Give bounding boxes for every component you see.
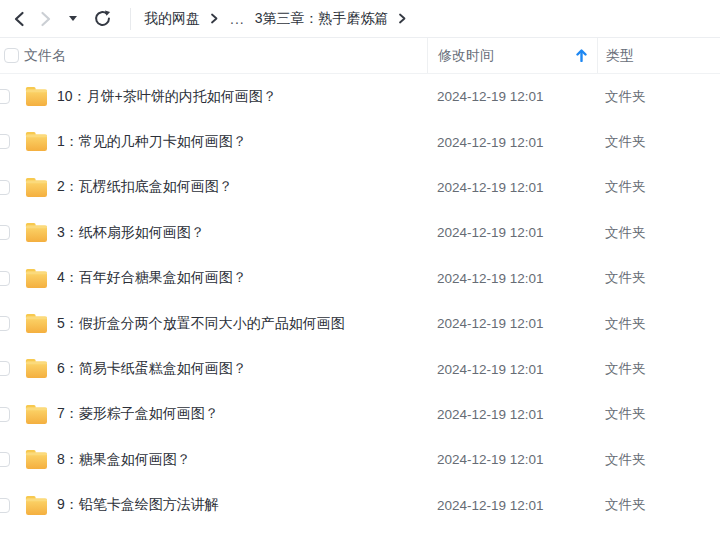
file-name[interactable]: 6：简易卡纸蛋糕盒如何画图？ [57, 360, 247, 378]
row-checkbox[interactable] [0, 498, 10, 513]
modified-time: 2024-12-19 12:01 [437, 452, 544, 467]
folder-icon [25, 358, 48, 379]
folder-icon [25, 177, 48, 198]
list-header: 文件名 修改时间 类型 [0, 38, 720, 74]
folder-icon [25, 268, 48, 289]
breadcrumb-root[interactable]: 我的网盘 [144, 10, 200, 28]
modified-time: 2024-12-19 12:01 [437, 407, 544, 422]
file-type: 文件夹 [605, 496, 646, 514]
row-checkbox[interactable] [0, 134, 10, 149]
chevron-right-icon [38, 11, 53, 27]
folder-icon [25, 222, 48, 243]
folder-icon [25, 495, 48, 516]
table-row[interactable]: 3：纸杯扇形如何画图？ 2024-12-19 12:01 文件夹 [0, 210, 720, 255]
file-type: 文件夹 [605, 360, 646, 378]
history-dropdown-button[interactable] [64, 6, 82, 32]
row-checkbox[interactable] [0, 271, 10, 286]
folder-icon [25, 404, 48, 425]
column-header-type[interactable]: 类型 [597, 38, 720, 73]
column-header-filename[interactable]: 文件名 [24, 47, 66, 65]
table-row[interactable]: 7：菱形粽子盒如何画图？ 2024-12-19 12:01 文件夹 [0, 392, 720, 437]
file-list: 10：月饼+茶叶饼的内托如何画图？ 2024-12-19 12:01 文件夹 1… [0, 74, 720, 528]
refresh-icon [93, 9, 112, 28]
file-name[interactable]: 1：常见的几种刀卡如何画图？ [57, 133, 247, 151]
modified-time: 2024-12-19 12:01 [437, 498, 544, 513]
file-name[interactable]: 9：铅笔卡盒绘图方法讲解 [57, 496, 219, 514]
row-checkbox[interactable] [0, 316, 10, 331]
table-row[interactable]: 5：假折盒分两个放置不同大小的产品如何画图 2024-12-19 12:01 文… [0, 301, 720, 346]
file-name[interactable]: 10：月饼+茶叶饼的内托如何画图？ [57, 88, 277, 106]
row-checkbox[interactable] [0, 180, 10, 195]
table-row[interactable]: 10：月饼+茶叶饼的内托如何画图？ 2024-12-19 12:01 文件夹 [0, 74, 720, 119]
chevron-left-icon [12, 11, 27, 27]
file-name[interactable]: 8：糖果盒如何画图？ [57, 451, 191, 469]
file-type: 文件夹 [605, 451, 646, 469]
folder-icon [25, 86, 48, 107]
modified-time: 2024-12-19 12:01 [437, 135, 544, 150]
table-row[interactable]: 8：糖果盒如何画图？ 2024-12-19 12:01 文件夹 [0, 437, 720, 482]
file-type: 文件夹 [605, 224, 646, 242]
folder-icon [25, 313, 48, 334]
modified-time: 2024-12-19 12:01 [437, 362, 544, 377]
column-header-type-label: 类型 [606, 47, 634, 65]
folder-icon [25, 449, 48, 470]
row-checkbox[interactable] [0, 452, 10, 467]
folder-icon [25, 131, 48, 152]
file-type: 文件夹 [605, 88, 646, 106]
row-checkbox[interactable] [0, 361, 10, 376]
file-type: 文件夹 [605, 405, 646, 423]
table-row[interactable]: 2：瓦楞纸扣底盒如何画图？ 2024-12-19 12:01 文件夹 [0, 165, 720, 210]
file-type: 文件夹 [605, 315, 646, 333]
file-type: 文件夹 [605, 133, 646, 151]
breadcrumb: 我的网盘 ... 3第三章：熟手磨炼篇 [144, 10, 416, 28]
modified-time: 2024-12-19 12:01 [437, 271, 544, 286]
table-row[interactable]: 1：常见的几种刀卡如何画图？ 2024-12-19 12:01 文件夹 [0, 119, 720, 164]
chevron-right-icon [397, 13, 407, 24]
chevron-right-icon [209, 13, 219, 24]
file-type: 文件夹 [605, 269, 646, 287]
row-checkbox[interactable] [0, 225, 10, 240]
arrow-up-icon[interactable] [576, 49, 587, 62]
file-name[interactable]: 5：假折盒分两个放置不同大小的产品如何画图 [57, 315, 345, 333]
toolbar-divider [130, 8, 131, 30]
back-button[interactable] [6, 6, 32, 32]
modified-time: 2024-12-19 12:01 [437, 180, 544, 195]
breadcrumb-collapsed[interactable]: ... [230, 11, 245, 27]
refresh-button[interactable] [88, 6, 116, 32]
table-row[interactable]: 9：铅笔卡盒绘图方法讲解 2024-12-19 12:01 文件夹 [0, 483, 720, 528]
column-header-modified-label: 修改时间 [438, 47, 494, 65]
modified-time: 2024-12-19 12:01 [437, 316, 544, 331]
caret-down-icon [69, 16, 77, 21]
modified-time: 2024-12-19 12:01 [437, 89, 544, 104]
breadcrumb-current[interactable]: 3第三章：熟手磨炼篇 [255, 10, 389, 28]
file-name[interactable]: 7：菱形粽子盒如何画图？ [57, 405, 219, 423]
forward-button[interactable] [32, 6, 58, 32]
row-checkbox[interactable] [0, 407, 10, 422]
row-checkbox[interactable] [0, 89, 10, 104]
select-all-checkbox[interactable] [4, 48, 19, 63]
file-name[interactable]: 2：瓦楞纸扣底盒如何画图？ [57, 178, 233, 196]
table-row[interactable]: 4：百年好合糖果盒如何画图？ 2024-12-19 12:01 文件夹 [0, 256, 720, 301]
modified-time: 2024-12-19 12:01 [437, 225, 544, 240]
file-name[interactable]: 3：纸杯扇形如何画图？ [57, 224, 205, 242]
file-name[interactable]: 4：百年好合糖果盒如何画图？ [57, 269, 247, 287]
file-type: 文件夹 [605, 178, 646, 196]
table-row[interactable]: 6：简易卡纸蛋糕盒如何画图？ 2024-12-19 12:01 文件夹 [0, 346, 720, 391]
toolbar: 我的网盘 ... 3第三章：熟手磨炼篇 [0, 0, 720, 38]
column-header-modified[interactable]: 修改时间 [427, 38, 597, 73]
